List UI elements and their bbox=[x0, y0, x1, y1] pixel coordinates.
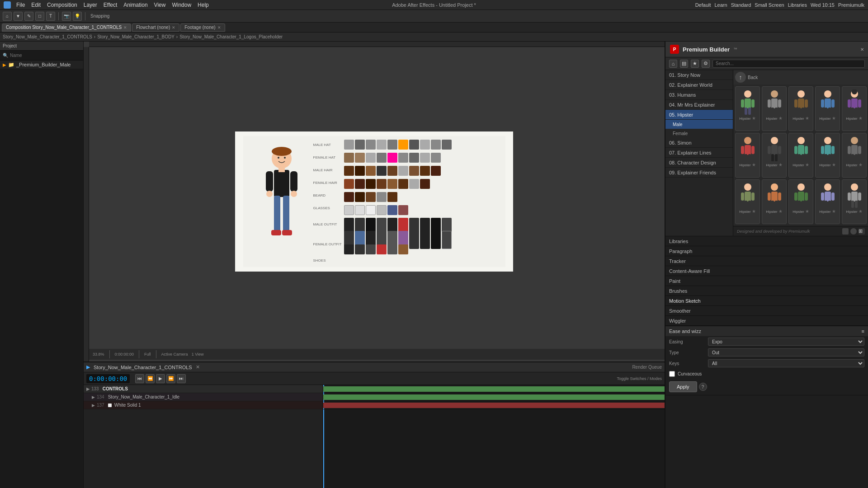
part-item[interactable] bbox=[387, 244, 397, 254]
char-card-7[interactable]: Hipster ★ bbox=[788, 133, 813, 178]
breadcrumb-item-3[interactable]: Story_Now_Male_Character_1_Logos_Placeho… bbox=[179, 34, 283, 39]
tool-light[interactable]: 💡 bbox=[73, 12, 82, 21]
part-item[interactable] bbox=[398, 179, 408, 189]
part-item[interactable] bbox=[377, 192, 387, 202]
part-item[interactable] bbox=[409, 166, 419, 176]
tool-select[interactable]: ▼ bbox=[14, 12, 23, 21]
part-item[interactable] bbox=[431, 153, 441, 163]
effect-item-paint[interactable]: Paint bbox=[665, 276, 868, 286]
part-item[interactable] bbox=[398, 153, 408, 163]
menu-view[interactable]: View bbox=[154, 2, 166, 8]
part-item[interactable] bbox=[387, 179, 397, 189]
part-item[interactable] bbox=[377, 244, 387, 254]
tab-footage[interactable]: Footage (none) ✕ bbox=[180, 23, 225, 32]
char-card-4[interactable]: Hipster ★ bbox=[842, 86, 867, 131]
category-char-design[interactable]: 08. Character Design bbox=[665, 158, 733, 168]
transport-start[interactable]: ⏮ bbox=[135, 374, 144, 383]
transport-next[interactable]: ⏩ bbox=[166, 374, 175, 383]
effect-item-paragraph[interactable]: Paragraph bbox=[665, 246, 868, 256]
part-item[interactable] bbox=[377, 179, 387, 189]
workspace-standard[interactable]: Standard bbox=[731, 2, 751, 8]
menu-composition[interactable]: Composition bbox=[47, 2, 77, 8]
effect-item-content-aware[interactable]: Content-Aware Fill bbox=[665, 266, 868, 276]
char-star-5[interactable]: ★ bbox=[752, 162, 756, 167]
tool-camera[interactable]: 📷 bbox=[62, 12, 71, 21]
char-star-6[interactable]: ★ bbox=[778, 162, 783, 167]
part-item[interactable] bbox=[344, 153, 354, 163]
expand-view-btn[interactable]: ⊞ bbox=[859, 228, 865, 235]
menu-window[interactable]: Window bbox=[172, 2, 191, 8]
char-card-6[interactable]: Hipster ★ bbox=[762, 133, 787, 178]
workspace-small-screen[interactable]: Small Screen bbox=[755, 2, 784, 8]
tab-footage-close[interactable]: ✕ bbox=[217, 25, 221, 30]
expand-icon[interactable]: ▶ bbox=[86, 387, 90, 391]
part-item[interactable] bbox=[355, 179, 365, 189]
premium-close-icon[interactable]: ✕ bbox=[860, 47, 864, 52]
char-star-10[interactable]: ★ bbox=[752, 209, 756, 214]
ease-wizz-title[interactable]: Ease and wizz ≡ bbox=[665, 326, 868, 336]
breadcrumb-item-2[interactable]: Story_Now_Male_Character_1_BODY bbox=[97, 34, 175, 39]
menu-animation[interactable]: Animation bbox=[123, 2, 147, 8]
part-item[interactable] bbox=[409, 179, 419, 189]
part-item[interactable] bbox=[398, 140, 408, 150]
premium-home-btn[interactable]: ⌂ bbox=[669, 60, 677, 68]
breadcrumb-item-1[interactable]: Story_Now_Male_Character_1_CONTROLS bbox=[3, 34, 92, 39]
part-item[interactable] bbox=[366, 166, 376, 176]
char-card-1[interactable]: Hipster ★ bbox=[762, 86, 787, 131]
char-star-14[interactable]: ★ bbox=[859, 209, 863, 214]
part-item[interactable] bbox=[366, 192, 376, 202]
part-item[interactable] bbox=[387, 166, 397, 176]
part-item[interactable] bbox=[344, 166, 354, 176]
effect-item-motion-sketch[interactable]: Motion Sketch bbox=[665, 296, 868, 306]
part-item[interactable] bbox=[344, 192, 354, 202]
part-item[interactable] bbox=[366, 153, 376, 163]
subcategory-female[interactable]: Female bbox=[665, 129, 733, 138]
part-item[interactable] bbox=[409, 140, 419, 150]
char-star-0[interactable]: ★ bbox=[752, 116, 756, 121]
part-item[interactable] bbox=[420, 153, 430, 163]
part-item[interactable] bbox=[366, 244, 376, 254]
tab-flowchart[interactable]: Flowchart (none) ✕ bbox=[132, 23, 179, 32]
nav-back-btn[interactable]: ↑ bbox=[735, 72, 746, 83]
char-star-9[interactable]: ★ bbox=[859, 162, 863, 167]
premium-settings-btn[interactable]: ⚙ bbox=[702, 60, 710, 68]
app-menu[interactable]: File Edit Composition Layer Effect Anima… bbox=[16, 2, 209, 8]
part-item[interactable] bbox=[420, 166, 430, 176]
char-card-9[interactable]: Hipster ★ bbox=[842, 133, 867, 178]
category-explainer-world[interactable]: 02. Explainer World bbox=[665, 80, 733, 90]
expand-icon-2[interactable]: ▶ bbox=[92, 395, 95, 399]
subcategory-male[interactable]: Male bbox=[665, 120, 733, 129]
char-star-13[interactable]: ★ bbox=[832, 209, 836, 214]
effect-item-smoother[interactable]: Smoother bbox=[665, 306, 868, 316]
char-card-3[interactable]: Hipster ★ bbox=[815, 86, 840, 131]
part-item[interactable] bbox=[398, 205, 408, 215]
menu-edit[interactable]: Edit bbox=[31, 2, 41, 8]
char-star-3[interactable]: ★ bbox=[832, 116, 836, 121]
char-card-5[interactable]: Hipster ★ bbox=[735, 133, 760, 178]
part-item[interactable] bbox=[355, 153, 365, 163]
workspace-libraries[interactable]: Libraries bbox=[788, 2, 807, 8]
char-card-10[interactable]: Hipster ★ bbox=[735, 179, 760, 224]
part-item[interactable] bbox=[366, 140, 376, 150]
effect-item-tracker[interactable]: Tracker bbox=[665, 256, 868, 266]
part-item[interactable] bbox=[409, 153, 419, 163]
category-hipster[interactable]: 05. Hipster bbox=[665, 110, 733, 120]
part-item[interactable] bbox=[442, 140, 452, 150]
part-item[interactable] bbox=[344, 140, 354, 150]
part-item[interactable] bbox=[366, 179, 376, 189]
project-folder-item[interactable]: ▶ 📁 _Premium_Builder_Male bbox=[0, 61, 83, 69]
part-item[interactable] bbox=[344, 244, 354, 254]
curvaceous-checkbox[interactable] bbox=[669, 371, 675, 377]
type-select[interactable]: Out bbox=[708, 348, 864, 357]
part-item[interactable] bbox=[387, 205, 397, 215]
workspace-learn[interactable]: Learn bbox=[715, 2, 727, 8]
menu-file[interactable]: File bbox=[16, 2, 25, 8]
char-card-12[interactable]: Hipster ★ bbox=[788, 179, 813, 224]
part-item[interactable] bbox=[387, 140, 397, 150]
expand-icon-3[interactable]: ▶ bbox=[92, 403, 95, 408]
menu-layer[interactable]: Layer bbox=[84, 2, 97, 8]
toggle-switches[interactable]: Toggle Switches / Modes bbox=[617, 376, 662, 381]
keys-select[interactable]: All bbox=[708, 359, 864, 367]
project-search-input[interactable] bbox=[10, 53, 80, 58]
easing-select[interactable]: Expo bbox=[708, 338, 864, 346]
